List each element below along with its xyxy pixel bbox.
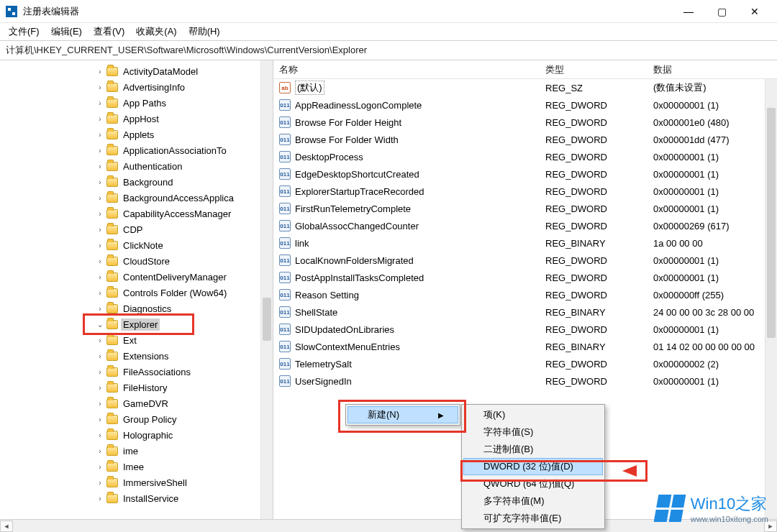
tree-item[interactable]: ›CloudStore [0, 253, 273, 269]
value-row[interactable]: 011EdgeDesktopShortcutCreatedREG_DWORD0x… [273, 165, 777, 183]
expander-icon[interactable]: › [95, 382, 105, 393]
menu-view[interactable]: 查看(V) [88, 24, 130, 40]
expander-icon[interactable]: › [95, 177, 105, 187]
expander-icon[interactable]: › [95, 351, 105, 361]
expander-icon[interactable]: › [95, 272, 105, 282]
expander-icon[interactable]: › [95, 224, 105, 234]
tree-item[interactable]: ›Authentication [0, 158, 273, 174]
value-row[interactable]: 011Reason SettingREG_DWORD0x000000ff (25… [273, 286, 777, 303]
col-name[interactable]: 名称 [273, 60, 540, 79]
col-data[interactable]: 数据 [648, 60, 777, 79]
expander-icon[interactable]: › [95, 398, 105, 408]
expander-icon[interactable]: › [95, 256, 105, 266]
value-row[interactable]: ab(默认)REG_SZ(数值未设置) [273, 79, 777, 96]
expander-icon[interactable]: › [95, 335, 105, 345]
value-row[interactable]: 011GlobalAssocChangedCounterREG_DWORD0x0… [273, 217, 777, 234]
menu-help[interactable]: 帮助(H) [183, 24, 226, 40]
value-row[interactable]: 011ExplorerStartupTraceRecordedREG_DWORD… [273, 183, 777, 200]
expander-icon[interactable]: ⌄ [95, 319, 105, 329]
value-row[interactable]: 011DesktopProcessREG_DWORD0x00000001 (1) [273, 148, 777, 165]
expander-icon[interactable]: › [95, 82, 105, 92]
tree-item[interactable]: ›Extensions [0, 348, 273, 364]
expander-icon[interactable]: › [95, 161, 105, 171]
scroll-left-icon[interactable]: ◄ [0, 520, 13, 532]
expander-icon[interactable]: › [95, 462, 105, 472]
value-row[interactable]: 011linkREG_BINARY1a 00 00 00 [273, 234, 777, 252]
col-type[interactable]: 类型 [540, 60, 648, 79]
value-row[interactable]: 011ShellStateREG_BINARY24 00 00 00 3c 28… [273, 303, 777, 321]
tree-item[interactable]: ›AdvertisingInfo [0, 79, 273, 95]
expander-icon[interactable]: › [95, 367, 105, 377]
tree-item[interactable]: ⌄Explorer [0, 316, 273, 332]
value-row[interactable]: 011SlowContextMenuEntriesREG_BINARY01 14… [273, 338, 777, 355]
expander-icon[interactable]: › [95, 430, 105, 440]
tree-item[interactable]: ›Group Policy [0, 411, 273, 427]
ctx-subitem[interactable]: 字符串值(S) [463, 423, 603, 441]
ctx-subitem[interactable]: DWORD (32 位)值(D) [463, 458, 603, 475]
expander-icon[interactable]: › [95, 193, 105, 203]
tree-panel[interactable]: ›ActivityDataModel›AdvertisingInfo›App P… [0, 60, 273, 519]
scrollbar-thumb[interactable] [263, 298, 271, 341]
tree-item[interactable]: ›ApplicationAssociationTo [0, 142, 273, 158]
ctx-subitem[interactable]: 二进制值(B) [463, 441, 603, 458]
tree-item[interactable]: ›Background [0, 174, 273, 190]
tree-scrollbar[interactable] [260, 60, 273, 519]
tree-item[interactable]: ›ime [0, 443, 273, 459]
expander-icon[interactable]: › [95, 98, 105, 108]
tree-item[interactable]: ›Holographic [0, 427, 273, 443]
tree-item[interactable]: ›Diagnostics [0, 301, 273, 316]
tree-item[interactable]: ›CDP [0, 221, 273, 237]
expander-icon[interactable]: › [95, 303, 105, 313]
value-row[interactable]: 011AppReadinessLogonCompleteREG_DWORD0x0… [273, 96, 777, 114]
value-row[interactable]: 011UserSignedInREG_DWORD0x00000001 (1) [273, 372, 777, 390]
menu-fav[interactable]: 收藏夹(A) [130, 24, 182, 40]
ctx-new[interactable]: 新建(N) ▶ [347, 406, 458, 423]
tree-item[interactable]: ›ContentDeliveryManager [0, 269, 273, 285]
expander-icon[interactable]: › [95, 66, 105, 76]
close-button[interactable]: ✕ [738, 1, 771, 22]
tree-item[interactable]: ›ImmersiveShell [0, 474, 273, 490]
expander-icon[interactable]: › [95, 446, 105, 456]
tree-item[interactable]: ›InstallService [0, 490, 273, 506]
maximize-button[interactable]: ▢ [705, 1, 738, 22]
expander-icon[interactable]: › [95, 288, 105, 298]
ctx-subitem[interactable]: 可扩充字符串值(E) [463, 510, 603, 527]
menu-file[interactable]: 文件(F) [3, 24, 45, 40]
tree-item[interactable]: ›ActivityDataModel [0, 63, 273, 79]
tree-item[interactable]: ›FileHistory [0, 380, 273, 395]
value-row[interactable]: 011Browse For Folder WidthREG_DWORD0x000… [273, 131, 777, 148]
tree-item[interactable]: ›CapabilityAccessManager [0, 206, 273, 221]
menu-edit[interactable]: 编辑(E) [45, 24, 88, 40]
expander-icon[interactable]: › [95, 145, 105, 155]
tree-item[interactable]: ›Ext [0, 332, 273, 348]
tree-item[interactable]: ›Applets [0, 127, 273, 142]
tree-item[interactable]: ›FileAssociations [0, 364, 273, 380]
expander-icon[interactable]: › [95, 414, 105, 424]
ctx-subitem[interactable]: QWORD (64 位)值(Q) [463, 475, 603, 492]
tree-item[interactable]: ›AppHost [0, 111, 273, 127]
expander-icon[interactable]: › [95, 477, 105, 487]
expander-icon[interactable]: › [95, 114, 105, 124]
expander-icon[interactable]: › [95, 208, 105, 219]
value-row[interactable]: 011SIDUpdatedOnLibrariesREG_DWORD0x00000… [273, 321, 777, 338]
tree-item[interactable]: ›ClickNote [0, 237, 273, 253]
value-row[interactable]: 011Browse For Folder HeightREG_DWORD0x00… [273, 114, 777, 131]
tree-item[interactable]: ›GameDVR [0, 395, 273, 411]
expander-icon[interactable]: › [95, 240, 105, 250]
ctx-subitem[interactable]: 多字符串值(M) [463, 492, 603, 510]
values-scrollbar[interactable] [765, 79, 777, 519]
value-row[interactable]: 011FirstRunTelemetryCompleteREG_DWORD0x0… [273, 200, 777, 217]
expander-icon[interactable]: › [95, 493, 105, 503]
minimize-button[interactable]: — [672, 1, 705, 22]
tree-item[interactable]: ›Imee [0, 459, 273, 474]
tree-item[interactable]: ›BackgroundAccessApplica [0, 190, 273, 206]
scrollbar-thumb[interactable] [767, 108, 776, 338]
address-bar[interactable]: 计算机\HKEY_CURRENT_USER\Software\Microsoft… [0, 40, 777, 60]
tree-item[interactable]: ›App Paths [0, 95, 273, 111]
expander-icon[interactable]: › [95, 129, 105, 139]
ctx-subitem[interactable]: 项(K) [463, 406, 603, 423]
value-row[interactable]: 011TelemetrySaltREG_DWORD0x00000002 (2) [273, 355, 777, 372]
value-row[interactable]: 011PostAppInstallTasksCompletedREG_DWORD… [273, 269, 777, 286]
tree-item[interactable]: ›Controls Folder (Wow64) [0, 285, 273, 301]
value-row[interactable]: 011LocalKnownFoldersMigratedREG_DWORD0x0… [273, 252, 777, 269]
